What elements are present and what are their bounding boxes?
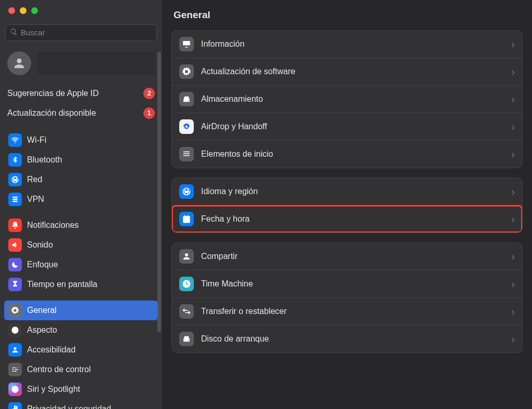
sidebar-item-screentime[interactable]: Tiempo en pantalla bbox=[4, 275, 158, 294]
settings-row-update[interactable]: Actualización de software › bbox=[172, 58, 522, 85]
person-icon bbox=[179, 249, 194, 264]
contrast-icon bbox=[8, 323, 22, 337]
search-field[interactable] bbox=[5, 24, 157, 41]
alert-0[interactable]: Sugerencias de Apple ID 2 bbox=[7, 84, 155, 103]
sidebar-item-bluetooth[interactable]: Bluetooth bbox=[4, 150, 158, 170]
sidebar-item-label: Bluetooth bbox=[27, 155, 62, 165]
sidebar-item-label: Accesibilidad bbox=[27, 345, 75, 355]
sidebar-item-vpn[interactable]: VPN bbox=[4, 189, 158, 209]
chevron-right-icon: › bbox=[511, 334, 515, 344]
sidebar-item-privacy[interactable]: Privacidad y seguridad bbox=[4, 399, 158, 409]
search-input[interactable] bbox=[21, 28, 152, 37]
imac-icon bbox=[179, 37, 194, 51]
gear-icon bbox=[179, 64, 194, 79]
sliders-icon bbox=[8, 363, 22, 376]
settings-row-about[interactable]: Información › bbox=[172, 31, 522, 58]
settings-row-label: Disco de arranque bbox=[201, 334, 269, 344]
alert-count-badge: 2 bbox=[143, 88, 155, 99]
sidebar-item-siri[interactable]: Siri y Spotlight bbox=[4, 379, 158, 399]
settings-row-label: Elementos de inicio bbox=[201, 149, 273, 159]
chevron-right-icon: › bbox=[511, 94, 515, 104]
hourglass-icon bbox=[8, 278, 22, 291]
airdrop-icon bbox=[179, 119, 194, 134]
sidebar-item-appearance[interactable]: Aspecto bbox=[4, 320, 158, 340]
settings-row-label: Información bbox=[201, 39, 245, 49]
chevron-right-icon: › bbox=[511, 39, 515, 49]
bluetooth-icon bbox=[8, 153, 22, 167]
sidebar-item-accessibility[interactable]: Accesibilidad bbox=[4, 340, 158, 360]
sidebar-item-label: Wi-Fi bbox=[27, 135, 46, 145]
minimize-button[interactable] bbox=[20, 7, 26, 14]
avatar bbox=[7, 51, 31, 75]
moon-icon bbox=[8, 258, 22, 271]
settings-row-startup-disk[interactable]: Disco de arranque › bbox=[172, 325, 522, 352]
window-controls bbox=[0, 0, 162, 19]
globe-icon bbox=[179, 184, 194, 199]
alert-label: Actualización disponible bbox=[7, 108, 96, 118]
close-button[interactable] bbox=[8, 7, 15, 14]
calendar-icon bbox=[179, 212, 194, 226]
siri-icon bbox=[8, 383, 22, 396]
speaker-icon bbox=[8, 238, 22, 252]
sidebar-item-control-center[interactable]: Centro de control bbox=[4, 360, 158, 379]
bell-icon bbox=[8, 219, 22, 232]
settings-row-label: Transferir o restablecer bbox=[201, 307, 287, 316]
chevron-right-icon: › bbox=[511, 149, 515, 159]
sidebar-item-label: Aspecto bbox=[27, 325, 57, 335]
chevron-right-icon: › bbox=[511, 66, 515, 77]
sidebar-scrollbar[interactable] bbox=[157, 52, 161, 332]
vpn-icon bbox=[8, 193, 22, 206]
sidebar-item-network[interactable]: Red bbox=[4, 170, 158, 189]
page-title: General bbox=[171, 6, 523, 30]
gear-icon bbox=[8, 304, 22, 317]
maximize-button[interactable] bbox=[31, 7, 38, 14]
sidebar-item-notifications[interactable]: Notificaciones bbox=[4, 215, 158, 235]
settings-row-label: Idioma y región bbox=[201, 187, 258, 196]
alert-label: Sugerencias de Apple ID bbox=[7, 89, 99, 98]
settings-row-label: AirDrop y Handoff bbox=[201, 122, 267, 131]
sidebar-item-label: General bbox=[27, 306, 57, 315]
chevron-right-icon: › bbox=[511, 214, 515, 224]
drive-icon bbox=[179, 332, 194, 346]
settings-row-label: Actualización de software bbox=[201, 67, 295, 76]
settings-row-login-items[interactable]: Elementos de inicio › bbox=[172, 140, 522, 168]
settings-row-airdrop[interactable]: AirDrop y Handoff › bbox=[172, 113, 522, 140]
person-icon bbox=[8, 343, 22, 357]
list-icon bbox=[179, 147, 194, 161]
sidebar-item-label: Sonido bbox=[27, 240, 53, 250]
settings-row-label: Time Machine bbox=[201, 279, 253, 289]
chevron-right-icon: › bbox=[511, 279, 515, 289]
sidebar-item-sound[interactable]: Sonido bbox=[4, 235, 158, 255]
sidebar-item-label: Enfoque bbox=[27, 260, 58, 269]
profile-row[interactable] bbox=[0, 44, 162, 84]
sidebar-item-focus[interactable]: Enfoque bbox=[4, 255, 158, 275]
sidebar-item-general[interactable]: General bbox=[4, 301, 158, 320]
settings-row-language[interactable]: Idioma y región › bbox=[172, 178, 522, 205]
sidebar-item-wifi[interactable]: Wi-Fi bbox=[4, 130, 158, 150]
chevron-right-icon: › bbox=[511, 186, 515, 197]
clock-icon bbox=[179, 277, 194, 291]
settings-row-time-machine[interactable]: Time Machine › bbox=[172, 270, 522, 297]
sidebar-item-label: Centro de control bbox=[27, 365, 91, 374]
sidebar-item-label: VPN bbox=[27, 195, 44, 204]
settings-row-transfer[interactable]: Transferir o restablecer › bbox=[172, 297, 522, 325]
sidebar: Sugerencias de Apple ID 2 Actualización … bbox=[0, 0, 162, 409]
settings-row-sharing[interactable]: Compartir › bbox=[172, 243, 522, 270]
settings-row-label: Compartir bbox=[201, 252, 237, 261]
settings-row-date-time[interactable]: Fecha y hora › bbox=[172, 205, 522, 233]
transfer-icon bbox=[179, 304, 194, 319]
main-panel: General Información › Actualización de s… bbox=[162, 0, 532, 409]
settings-row-storage[interactable]: Almacenamiento › bbox=[172, 85, 522, 113]
sidebar-item-label: Notificaciones bbox=[27, 221, 79, 230]
sidebar-item-label: Red bbox=[27, 175, 42, 184]
wifi-icon bbox=[8, 133, 22, 147]
drive-icon bbox=[179, 92, 194, 106]
globe-icon bbox=[8, 173, 22, 186]
sidebar-item-label: Privacidad y seguridad bbox=[27, 404, 111, 409]
alert-1[interactable]: Actualización disponible 1 bbox=[7, 103, 155, 123]
settings-row-label: Fecha y hora bbox=[201, 214, 249, 224]
chevron-right-icon: › bbox=[511, 306, 515, 317]
hand-icon bbox=[8, 402, 22, 409]
profile-name-redacted bbox=[37, 52, 155, 75]
sidebar-item-label: Tiempo en pantalla bbox=[27, 280, 98, 289]
